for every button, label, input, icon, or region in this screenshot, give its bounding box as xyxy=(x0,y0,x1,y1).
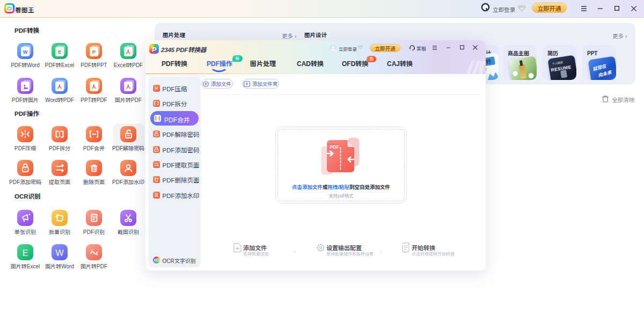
svg-text:PDF: PDF xyxy=(330,144,340,150)
